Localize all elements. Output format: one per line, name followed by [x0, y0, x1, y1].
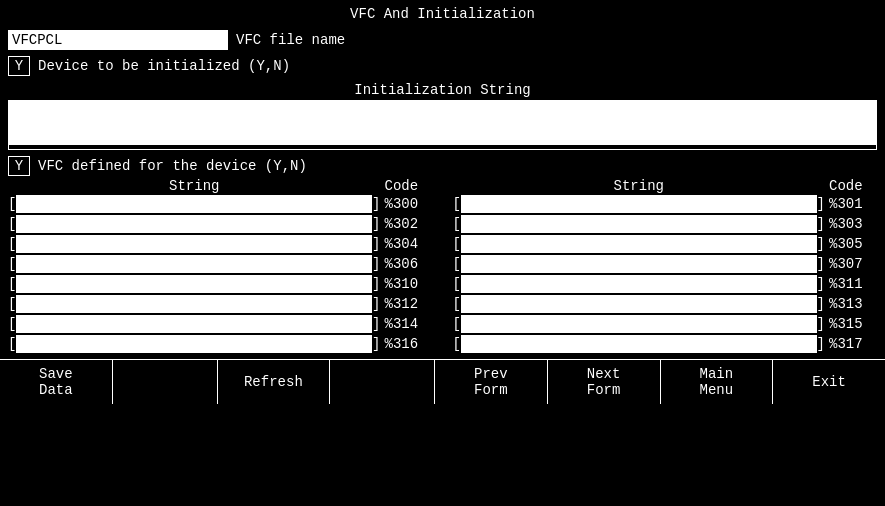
table-row: [ ] %312 [8, 295, 433, 313]
vfc-defined-row: Y VFC defined for the device (Y,N) [0, 154, 885, 178]
string-input-right-4[interactable] [461, 275, 817, 293]
strings-right-code-header: Code [825, 178, 877, 194]
string-input-left-4[interactable] [16, 275, 372, 293]
string-input-right-3[interactable] [461, 255, 817, 273]
vfc-filename-label: VFC file name [236, 32, 345, 48]
init-string-input[interactable] [9, 101, 876, 145]
bracket-left: [ [8, 336, 16, 352]
bracket-right: ] [372, 316, 380, 332]
code-label-right-4: %311 [825, 276, 877, 292]
init-string-outer [8, 100, 877, 150]
table-row: [ ] %314 [8, 315, 433, 333]
strings-right-block: String Code [ ] %301 [ ] %303 [ ] %305 [… [453, 178, 878, 355]
next-form-button[interactable]: NextForm [548, 360, 661, 404]
bracket-right: ] [372, 196, 380, 212]
bracket-left: [ [453, 256, 461, 272]
table-row: [ ] %301 [453, 195, 878, 213]
table-row: [ ] %306 [8, 255, 433, 273]
bracket-left: [ [453, 336, 461, 352]
init-string-title: Initialization String [0, 78, 885, 100]
bracket-left: [ [453, 236, 461, 252]
table-row: [ ] %315 [453, 315, 878, 333]
string-input-left-7[interactable] [16, 335, 372, 353]
code-label-left-3: %306 [381, 256, 433, 272]
bracket-right: ] [372, 236, 380, 252]
bracket-right: ] [817, 336, 825, 352]
table-row: [ ] %316 [8, 335, 433, 353]
code-label-left-2: %304 [381, 236, 433, 252]
bracket-left: [ [8, 196, 16, 212]
strings-right-string-header: String [453, 178, 826, 194]
strings-right-headers: String Code [453, 178, 878, 194]
footer: SaveData Refresh PrevForm NextForm MainM… [0, 359, 885, 404]
string-input-left-6[interactable] [16, 315, 372, 333]
code-label-right-3: %307 [825, 256, 877, 272]
code-label-left-0: %300 [381, 196, 433, 212]
table-row: [ ] %311 [453, 275, 878, 293]
string-input-left-1[interactable] [16, 215, 372, 233]
footer-btn4-empty [330, 360, 435, 404]
prev-form-button[interactable]: PrevForm [435, 360, 548, 404]
vfc-defined-checkbox[interactable]: Y [8, 156, 30, 176]
device-init-checkbox[interactable]: Y [8, 56, 30, 76]
code-label-left-6: %314 [381, 316, 433, 332]
bracket-right: ] [372, 256, 380, 272]
string-input-left-5[interactable] [16, 295, 372, 313]
bracket-left: [ [8, 296, 16, 312]
vfc-filename-input[interactable] [8, 30, 228, 50]
code-label-left-5: %312 [381, 296, 433, 312]
string-input-left-3[interactable] [16, 255, 372, 273]
strings-left-string-header: String [8, 178, 381, 194]
table-row: [ ] %302 [8, 215, 433, 233]
bracket-right: ] [817, 236, 825, 252]
string-input-right-2[interactable] [461, 235, 817, 253]
device-init-row: Y Device to be initialized (Y,N) [0, 54, 885, 78]
bracket-right: ] [372, 216, 380, 232]
code-label-right-5: %313 [825, 296, 877, 312]
bracket-right: ] [817, 316, 825, 332]
string-input-right-7[interactable] [461, 335, 817, 353]
strings-left-code-header: Code [381, 178, 433, 194]
bracket-right: ] [372, 276, 380, 292]
bracket-right: ] [372, 296, 380, 312]
bracket-left: [ [453, 216, 461, 232]
code-label-right-1: %303 [825, 216, 877, 232]
bracket-left: [ [453, 276, 461, 292]
string-input-left-0[interactable] [16, 195, 372, 213]
bracket-left: [ [8, 256, 16, 272]
table-row: [ ] %313 [453, 295, 878, 313]
bracket-left: [ [8, 316, 16, 332]
strings-left-block: String Code [ ] %300 [ ] %302 [ ] %304 [… [8, 178, 433, 355]
table-row: [ ] %307 [453, 255, 878, 273]
exit-button[interactable]: Exit [773, 360, 885, 404]
string-input-right-0[interactable] [461, 195, 817, 213]
string-input-left-2[interactable] [16, 235, 372, 253]
string-input-right-6[interactable] [461, 315, 817, 333]
code-label-left-1: %302 [381, 216, 433, 232]
main-menu-button[interactable]: MainMenu [661, 360, 774, 404]
save-data-button[interactable]: SaveData [0, 360, 113, 404]
bracket-right: ] [817, 216, 825, 232]
table-row: [ ] %310 [8, 275, 433, 293]
strings-left-headers: String Code [8, 178, 433, 194]
refresh-button[interactable]: Refresh [218, 360, 331, 404]
vfc-defined-label: VFC defined for the device (Y,N) [38, 158, 307, 174]
strings-left-rows: [ ] %300 [ ] %302 [ ] %304 [ ] %306 [ ] … [8, 195, 433, 355]
string-input-right-5[interactable] [461, 295, 817, 313]
bracket-left: [ [8, 216, 16, 232]
table-row: [ ] %300 [8, 195, 433, 213]
bracket-left: [ [8, 276, 16, 292]
code-label-right-6: %315 [825, 316, 877, 332]
bracket-right: ] [817, 276, 825, 292]
table-row: [ ] %317 [453, 335, 878, 353]
code-label-right-7: %317 [825, 336, 877, 352]
bracket-right: ] [817, 296, 825, 312]
code-label-right-0: %301 [825, 196, 877, 212]
vfc-filename-row: VFC file name [0, 26, 885, 54]
code-label-left-7: %316 [381, 336, 433, 352]
table-row: [ ] %305 [453, 235, 878, 253]
string-input-right-1[interactable] [461, 215, 817, 233]
code-label-left-4: %310 [381, 276, 433, 292]
page-title: VFC And Initialization [0, 0, 885, 26]
table-row: [ ] %303 [453, 215, 878, 233]
